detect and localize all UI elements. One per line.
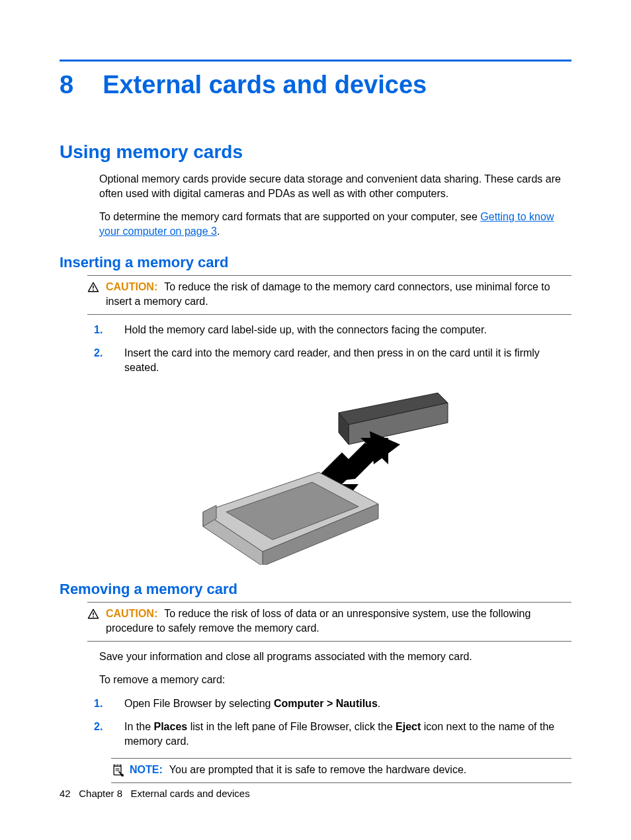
note-remove: NOTE:You are prompted that it is safe to…	[111, 758, 571, 783]
caution-remove: CAUTION:To reduce the risk of loss of da…	[87, 602, 571, 641]
step-text: Hold the memory card label-side up, with…	[124, 323, 487, 337]
step-text: Insert the card into the memory card rea…	[124, 346, 571, 374]
list-item: 1. Hold the memory card label-side up, w…	[94, 323, 571, 337]
step1-bold: Computer > Nautilus	[274, 698, 378, 709]
list-item: 1. Open File Browser by selecting Comput…	[94, 696, 571, 711]
remove-para-2: To remove a memory card:	[99, 673, 571, 687]
page-footer: 42 Chapter 8 External cards and devices	[60, 788, 250, 799]
step-number: 2.	[94, 346, 107, 374]
list-item: 2. Insert the card into the memory card …	[94, 346, 571, 374]
insert-steps: 1. Hold the memory card label-side up, w…	[94, 323, 571, 375]
remove-para-1: Save your information and close all prog…	[99, 650, 571, 664]
caution-insert-text: To reduce the risk of damage to the memo…	[106, 281, 550, 307]
chapter-number: 8	[60, 71, 73, 99]
footer-chapter-label: Chapter 8	[79, 788, 122, 799]
step-text: Open File Browser by selecting Computer …	[124, 696, 380, 711]
step-number: 2.	[94, 720, 107, 748]
step2-mid: list in the left pane of File Browser, c…	[187, 721, 396, 732]
step2-pre: In the	[124, 721, 153, 732]
step2-b2: Eject	[396, 721, 421, 732]
caution-label: CAUTION:	[106, 281, 157, 292]
caution-label: CAUTION:	[106, 608, 157, 619]
intro-para-2: To determine the memory card formats tha…	[99, 210, 571, 238]
step2-b1: Places	[153, 721, 187, 732]
intro-para-1: Optional memory cards provide secure dat…	[99, 172, 571, 200]
note-text: You are prompted that it is safe to remo…	[169, 764, 466, 775]
step-number: 1.	[94, 696, 107, 711]
list-item: 2. In the Places list in the left pane o…	[94, 720, 571, 748]
caution-remove-text: To reduce the risk of loss of data or an…	[106, 608, 530, 634]
top-rule	[60, 60, 571, 62]
note-icon	[111, 764, 124, 777]
svg-point-18	[93, 616, 94, 618]
footer-chapter-title: External cards and devices	[131, 788, 250, 799]
step-text: In the Places list in the left pane of F…	[124, 720, 571, 748]
caution-icon	[87, 281, 101, 293]
subsection-removing-heading: Removing a memory card	[60, 581, 571, 598]
illustration-insert-card	[60, 386, 571, 565]
step1-post: .	[378, 698, 380, 709]
section-using-memory-cards-heading: Using memory cards	[60, 142, 571, 163]
chapter-title: External cards and devices	[103, 71, 427, 99]
note-label: NOTE:	[130, 764, 163, 775]
chapter-heading: 8 External cards and devices	[60, 71, 571, 99]
remove-steps: 1. Open File Browser by selecting Comput…	[94, 696, 571, 749]
caution-insert: CAUTION:To reduce the risk of damage to …	[87, 275, 571, 314]
caution-icon	[87, 608, 101, 620]
intro-para-2-post: .	[217, 226, 220, 237]
step1-pre: Open File Browser by selecting	[124, 698, 274, 709]
svg-point-1	[93, 290, 94, 291]
intro-para-2-pre: To determine the memory card formats tha…	[99, 211, 480, 222]
page-number: 42	[60, 788, 71, 799]
step-number: 1.	[94, 323, 107, 337]
subsection-inserting-heading: Inserting a memory card	[60, 254, 571, 271]
